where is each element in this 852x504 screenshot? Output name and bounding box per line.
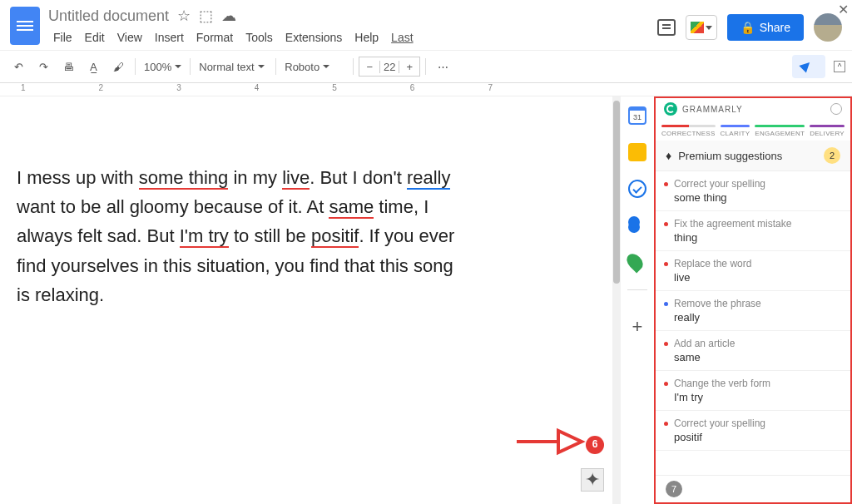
goals-icon[interactable] xyxy=(830,103,842,115)
menu-help[interactable]: Help xyxy=(349,28,384,47)
calendar-icon[interactable]: 31 xyxy=(628,106,646,125)
annotation-arrow xyxy=(517,421,583,471)
font-size-stepper[interactable]: − 22 + xyxy=(359,57,420,77)
docs-logo[interactable] xyxy=(10,7,40,45)
diamond-icon: ♦ xyxy=(666,149,671,162)
tab-engagement[interactable]: ENGAGEMENT xyxy=(755,125,805,137)
cloud-icon[interactable]: ☁ xyxy=(221,7,236,25)
comments-icon[interactable] xyxy=(657,19,676,36)
suggestion-word: thing xyxy=(674,231,839,244)
footer-count-badge[interactable]: 7 xyxy=(666,481,682,497)
premium-count-badge: 2 xyxy=(824,147,840,164)
err-live[interactable]: live xyxy=(282,167,310,190)
close-button[interactable]: ✕ xyxy=(838,2,849,17)
style-dropdown[interactable]: Normal text xyxy=(196,61,270,73)
suggestion-item[interactable]: Remove the phrasereally xyxy=(656,291,850,331)
suggestion-word: live xyxy=(674,271,839,284)
keep-icon[interactable] xyxy=(628,143,646,161)
tab-clarity[interactable]: CLARITY xyxy=(721,125,750,137)
suggestion-title: Add an article xyxy=(674,338,839,349)
ruler: 1234567 xyxy=(0,83,852,96)
editing-mode[interactable] xyxy=(792,55,825,78)
spellcheck-icon[interactable]: A̲ xyxy=(82,55,105,78)
menu-edit[interactable]: Edit xyxy=(80,28,110,47)
suggestion-word: I'm try xyxy=(674,391,839,403)
maps-icon[interactable] xyxy=(628,253,646,271)
avatar[interactable] xyxy=(814,13,842,42)
paint-format-icon[interactable]: 🖌 xyxy=(106,55,130,78)
more-icon[interactable]: ⋯ xyxy=(431,55,454,78)
menu-tools[interactable]: Tools xyxy=(240,28,278,47)
share-button[interactable]: 🔒 Share xyxy=(727,14,804,41)
tab-delivery[interactable]: DELIVERY xyxy=(810,125,845,137)
err-same[interactable]: same xyxy=(329,196,374,219)
suggestion-word: some thing xyxy=(674,191,839,204)
suggestion-item[interactable]: Correct your spellingsome thing xyxy=(656,171,850,211)
grammarly-logo-icon xyxy=(664,102,677,116)
menu-extensions[interactable]: Extensions xyxy=(280,28,347,47)
star-icon[interactable]: ☆ xyxy=(177,7,191,25)
suggestion-title: Remove the phrase xyxy=(674,298,839,309)
menu-format[interactable]: Format xyxy=(191,28,238,47)
add-addon-icon[interactable]: + xyxy=(632,316,643,338)
grammarly-error-count[interactable]: 6 xyxy=(586,436,604,454)
font-dropdown[interactable]: Roboto xyxy=(281,61,348,73)
meet-button[interactable] xyxy=(686,15,717,40)
document-title[interactable]: Untitled document xyxy=(48,7,169,25)
menubar: File Edit View Insert Format Tools Exten… xyxy=(48,28,657,47)
suggestion-item[interactable]: Replace the wordlive xyxy=(656,251,850,291)
premium-suggestions-row[interactable]: ♦ Premium suggestions 2 xyxy=(656,141,850,171)
document-body[interactable]: I mess up with some thing in my live. Bu… xyxy=(0,96,612,504)
side-panel: 31 + xyxy=(621,96,654,504)
suggestion-title: Change the verb form xyxy=(674,378,839,389)
grammarly-footer: 7 xyxy=(656,475,850,502)
undo-icon[interactable]: ↶ xyxy=(7,55,30,78)
grammarly-panel: GRAMMARLY CORRECTNESS CLARITY ENGAGEMENT… xyxy=(654,96,852,504)
suggestion-title: Fix the agreement mistake xyxy=(674,218,839,230)
move-icon[interactable]: ⬚ xyxy=(199,7,213,25)
suggestion-word: really xyxy=(674,311,839,324)
err-really[interactable]: really xyxy=(407,167,451,190)
size-increase[interactable]: + xyxy=(399,61,419,73)
redo-icon[interactable]: ↷ xyxy=(32,55,55,78)
toolbar: ↶ ↷ 🖶 A̲ 🖌 100% Normal text Roboto − 22 … xyxy=(0,50,852,83)
collapse-icon[interactable]: ^ xyxy=(834,61,845,72)
err-something[interactable]: some thing xyxy=(139,167,229,190)
suggestion-list: Correct your spellingsome thingFix the a… xyxy=(656,171,850,475)
suggestion-word: positif xyxy=(674,431,839,443)
menu-view[interactable]: View xyxy=(112,28,147,47)
tab-correctness[interactable]: CORRECTNESS xyxy=(661,125,716,137)
font-size-value[interactable]: 22 xyxy=(379,61,399,73)
menu-last[interactable]: Last xyxy=(386,28,418,47)
lock-icon: 🔒 xyxy=(741,21,755,34)
err-positif[interactable]: positif xyxy=(311,225,359,248)
menu-insert[interactable]: Insert xyxy=(150,28,189,47)
suggestion-item[interactable]: Change the verb formI'm try xyxy=(656,371,850,411)
suggestion-word: same xyxy=(674,351,839,363)
explore-button[interactable]: ✦ xyxy=(581,468,604,492)
size-decrease[interactable]: − xyxy=(359,61,379,73)
zoom-dropdown[interactable]: 100% xyxy=(141,61,185,73)
print-icon[interactable]: 🖶 xyxy=(57,55,80,78)
tasks-icon[interactable] xyxy=(628,180,646,198)
suggestion-title: Correct your spelling xyxy=(674,178,839,190)
contacts-icon[interactable] xyxy=(628,216,646,235)
grammarly-brand: GRAMMARLY xyxy=(682,105,743,114)
suggestion-title: Correct your spelling xyxy=(674,418,839,429)
menu-file[interactable]: File xyxy=(48,28,77,47)
suggestion-item[interactable]: Fix the agreement mistakething xyxy=(656,211,850,251)
suggestion-title: Replace the word xyxy=(674,258,839,269)
scrollbar[interactable] xyxy=(612,96,621,504)
header: Untitled document ☆ ⬚ ☁ File Edit View I… xyxy=(0,0,852,50)
suggestion-item[interactable]: Add an articlesame xyxy=(656,331,850,371)
suggestion-item[interactable]: Correct your spellingpositif xyxy=(656,411,850,451)
err-imtry[interactable]: I'm try xyxy=(180,225,229,248)
